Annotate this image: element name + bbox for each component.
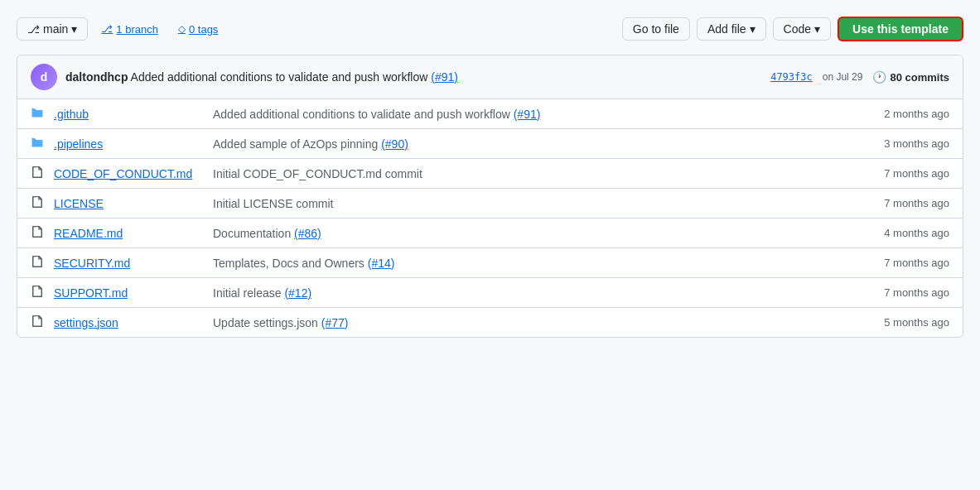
commit-info: daltondhcp Added additional conditions t… (65, 70, 762, 84)
add-file-label: Add file (707, 22, 746, 36)
file-commit-message: Documentation (#86) (213, 227, 848, 240)
clock-icon: 🕐 (872, 70, 886, 84)
file-name-link[interactable]: SUPPORT.md (54, 286, 203, 300)
file-pr-link[interactable]: (#14) (368, 257, 395, 270)
file-icon (31, 225, 44, 241)
file-icon (31, 285, 44, 300)
commit-pr-link[interactable]: (#91) (431, 70, 458, 84)
commit-message: Added additional conditions to validate … (131, 70, 428, 84)
toolbar-right: Go to file Add file ▾ Code ▾ Use this te… (622, 17, 963, 41)
avatar-image: d (31, 64, 57, 90)
file-icon (31, 315, 44, 330)
file-name-link[interactable]: CODE_OF_CONDUCT.md (54, 167, 203, 180)
tags-count-link[interactable]: ◇ 0 tags (171, 20, 224, 39)
avatar: d (31, 64, 57, 90)
file-commit-message: Added sample of AzOps pinning (#90) (213, 137, 848, 151)
tags-icon: ◇ (178, 23, 186, 35)
file-name-link[interactable]: README.md (54, 227, 203, 240)
file-time-ago: 7 months ago (858, 257, 949, 269)
file-time-ago: 2 months ago (858, 108, 949, 120)
toolbar: ⎇ main ▾ ⎇ 1 branch ◇ 0 tags Go to file … (17, 17, 963, 41)
file-name-link[interactable]: settings.json (54, 316, 203, 329)
file-commit-message: Added additional conditions to validate … (213, 108, 848, 121)
commit-author[interactable]: daltondhcp (65, 70, 128, 84)
commit-hash[interactable]: 4793f3c (770, 71, 813, 83)
code-button[interactable]: Code ▾ (773, 17, 831, 41)
file-pr-link[interactable]: (#86) (294, 227, 321, 240)
branch-count-text: 1 branch (116, 23, 158, 36)
file-time-ago: 5 months ago (858, 316, 949, 329)
commits-count: 80 commits (890, 71, 949, 84)
toolbar-left: ⎇ main ▾ ⎇ 1 branch ◇ 0 tags (17, 17, 616, 41)
folder-icon (31, 136, 44, 151)
add-file-dropdown-icon: ▾ (750, 22, 756, 36)
branch-icon: ⎇ (27, 23, 40, 36)
branch-selector[interactable]: ⎇ main ▾ (17, 17, 88, 41)
branch-count-icon: ⎇ (101, 23, 113, 35)
go-to-file-label: Go to file (633, 22, 679, 36)
file-icon (31, 166, 44, 181)
table-row: README.mdDocumentation (#86)4 months ago (17, 219, 963, 248)
use-template-button[interactable]: Use this template (838, 17, 963, 41)
file-time-ago: 7 months ago (858, 197, 949, 209)
branch-name: main (43, 22, 68, 36)
table-row: .pipelinesAdded sample of AzOps pinning … (17, 129, 963, 159)
file-pr-link[interactable]: (#90) (381, 137, 408, 151)
file-pr-link[interactable]: (#91) (514, 108, 541, 121)
file-list: .githubAdded additional conditions to va… (17, 99, 963, 337)
file-commit-message: Templates, Docs and Owners (#14) (213, 257, 848, 270)
tags-count-text: 0 tags (189, 23, 218, 36)
commit-meta: 4793f3c on Jul 29 🕐 80 commits (770, 70, 949, 84)
use-template-label: Use this template (852, 22, 949, 36)
table-row: .githubAdded additional conditions to va… (17, 99, 963, 129)
branch-dropdown-icon: ▾ (71, 22, 77, 36)
file-commit-message: Initial CODE_OF_CONDUCT.md commit (213, 167, 848, 180)
folder-icon (31, 106, 44, 122)
table-row: LICENSEInitial LICENSE commit7 months ag… (17, 189, 963, 219)
file-name-link[interactable]: SECURITY.md (54, 257, 203, 270)
file-time-ago: 7 months ago (858, 167, 949, 180)
file-time-ago: 4 months ago (858, 227, 949, 239)
commit-header: d daltondhcp Added additional conditions… (17, 55, 963, 99)
file-time-ago: 3 months ago (858, 137, 949, 150)
file-pr-link[interactable]: (#12) (284, 286, 311, 300)
code-dropdown-icon: ▾ (814, 22, 820, 36)
go-to-file-button[interactable]: Go to file (622, 17, 690, 41)
branch-count-link[interactable]: ⎇ 1 branch (94, 20, 165, 39)
file-name-link[interactable]: .pipelines (54, 137, 203, 151)
file-commit-message: Initial release (#12) (213, 286, 848, 300)
table-row: settings.jsonUpdate settings.json (#77)5… (17, 308, 963, 337)
add-file-button[interactable]: Add file ▾ (697, 17, 766, 41)
file-icon (31, 255, 44, 271)
file-time-ago: 7 months ago (858, 286, 949, 299)
code-label: Code (784, 22, 811, 36)
file-name-link[interactable]: .github (54, 108, 203, 121)
file-commit-message: Initial LICENSE commit (213, 197, 848, 210)
file-icon (31, 195, 44, 211)
file-name-link[interactable]: LICENSE (54, 197, 203, 210)
table-row: SECURITY.mdTemplates, Docs and Owners (#… (17, 248, 963, 278)
file-commit-message: Update settings.json (#77) (213, 316, 848, 329)
table-row: CODE_OF_CONDUCT.mdInitial CODE_OF_CONDUC… (17, 159, 963, 189)
commit-date: on Jul 29 (823, 71, 863, 83)
file-pr-link[interactable]: (#77) (321, 316, 349, 329)
commits-link[interactable]: 🕐 80 commits (872, 70, 949, 84)
table-row: SUPPORT.mdInitial release (#12)7 months … (17, 278, 963, 308)
repo-file-table: d daltondhcp Added additional conditions… (17, 55, 963, 338)
